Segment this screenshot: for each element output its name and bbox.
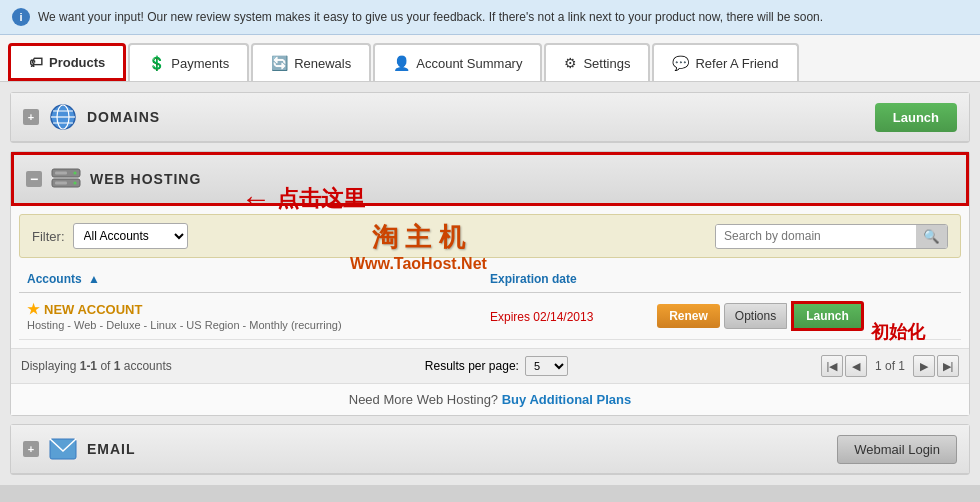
email-title: EMAIL xyxy=(87,441,136,457)
search-input[interactable] xyxy=(716,225,916,247)
expiration-date: Expires 02/14/2013 xyxy=(490,310,593,324)
search-button[interactable]: 🔍 xyxy=(916,225,947,248)
tab-refer-label: Refer A Friend xyxy=(695,56,778,71)
prev-page-button[interactable]: ◀ xyxy=(845,355,867,377)
buy-more: Need More Web Hosting? Buy Additional Pl… xyxy=(11,383,969,415)
webhosting-section: − WEB HOSTING Filter: xyxy=(10,151,970,416)
action-buttons: Renew Options Launch xyxy=(657,301,953,331)
payments-icon: 💲 xyxy=(148,55,165,71)
col-accounts[interactable]: Accounts ▲ xyxy=(19,266,482,293)
domains-header: + DOMAINS Launch xyxy=(11,93,969,142)
results-label: Results per page: xyxy=(425,359,519,373)
table-row: ★ NEW ACCOUNT Hosting - Web - Deluxe - L… xyxy=(19,293,961,340)
webhosting-title: WEB HOSTING xyxy=(90,171,201,187)
account-detail: Hosting - Web - Deluxe - Linux - US Regi… xyxy=(27,319,474,331)
next-page-button[interactable]: ▶ xyxy=(913,355,935,377)
options-button[interactable]: Options xyxy=(724,303,787,329)
domains-section: + DOMAINS Launch xyxy=(10,92,970,143)
tab-account-summary-label: Account Summary xyxy=(416,56,522,71)
webhosting-header: − WEB HOSTING xyxy=(11,152,969,206)
search-box: 🔍 xyxy=(715,224,948,249)
first-page-button[interactable]: |◀ xyxy=(821,355,843,377)
webhosting-toggle[interactable]: − xyxy=(26,171,42,187)
email-icon xyxy=(47,433,79,465)
tab-settings[interactable]: ⚙ Settings xyxy=(544,43,650,81)
renew-button[interactable]: Renew xyxy=(657,304,720,328)
accounts-table: Accounts ▲ Expiration date xyxy=(19,266,961,340)
table-area: Accounts ▲ Expiration date xyxy=(11,266,969,348)
settings-icon: ⚙ xyxy=(564,55,577,71)
filter-bar: Filter: All Accounts Active Expired 🔍 xyxy=(19,214,961,258)
tab-settings-label: Settings xyxy=(583,56,630,71)
results-per-page: Results per page: 5 10 25 xyxy=(425,356,568,376)
filter-select[interactable]: All Accounts Active Expired xyxy=(73,223,188,249)
domains-toggle[interactable]: + xyxy=(23,109,39,125)
account-cell: ★ NEW ACCOUNT Hosting - Web - Deluxe - L… xyxy=(19,293,482,340)
main-content: + DOMAINS Launch xyxy=(0,82,980,485)
tab-products[interactable]: 🏷 Products xyxy=(8,43,126,81)
pagination-info: Displaying 1-1 of 1 accounts xyxy=(21,359,172,373)
tab-products-label: Products xyxy=(49,55,105,70)
last-page-button[interactable]: ▶| xyxy=(937,355,959,377)
domains-header-left: + DOMAINS xyxy=(23,101,160,133)
email-header: + EMAIL Webmail Login xyxy=(11,425,969,474)
domains-title: DOMAINS xyxy=(87,109,160,125)
filter-label: Filter: xyxy=(32,229,65,244)
svg-rect-9 xyxy=(55,172,67,175)
info-text: We want your input! Our new review syste… xyxy=(38,10,823,24)
domains-icon xyxy=(47,101,79,133)
page-info: 1 of 1 xyxy=(869,359,911,373)
webhosting-icon xyxy=(50,163,82,195)
expiration-cell: Expires 02/14/2013 xyxy=(482,293,649,340)
svg-point-8 xyxy=(74,182,77,185)
buy-additional-plans-link[interactable]: Buy Additional Plans xyxy=(502,392,632,407)
email-toggle[interactable]: + xyxy=(23,441,39,457)
svg-rect-10 xyxy=(55,182,67,185)
svg-point-7 xyxy=(74,172,77,175)
account-summary-icon: 👤 xyxy=(393,55,410,71)
refer-icon: 💬 xyxy=(672,55,689,71)
tab-renewals[interactable]: 🔄 Renewals xyxy=(251,43,371,81)
email-section: + EMAIL Webmail Login xyxy=(10,424,970,475)
info-icon: i xyxy=(12,8,30,26)
renewals-icon: 🔄 xyxy=(271,55,288,71)
info-bar: i We want your input! Our new review sys… xyxy=(0,0,980,35)
col-expiration: Expiration date xyxy=(482,266,649,293)
tab-payments[interactable]: 💲 Payments xyxy=(128,43,249,81)
col-actions xyxy=(649,266,961,293)
products-icon: 🏷 xyxy=(29,54,43,70)
account-name: ★ NEW ACCOUNT xyxy=(27,301,474,317)
tab-payments-label: Payments xyxy=(171,56,229,71)
buy-more-text: Need More Web Hosting? xyxy=(349,392,498,407)
tab-renewals-label: Renewals xyxy=(294,56,351,71)
results-select[interactable]: 5 10 25 xyxy=(525,356,568,376)
pagination-bar: Displaying 1-1 of 1 accounts Results per… xyxy=(11,348,969,383)
nav-tabs: 🏷 Products 💲 Payments 🔄 Renewals 👤 Accou… xyxy=(0,35,980,82)
star-icon: ★ xyxy=(27,301,40,317)
webmail-login-button[interactable]: Webmail Login xyxy=(837,435,957,464)
domains-launch-button[interactable]: Launch xyxy=(875,103,957,132)
launch-button[interactable]: Launch xyxy=(791,301,864,331)
email-header-left: + EMAIL xyxy=(23,433,136,465)
filter-left: Filter: All Accounts Active Expired xyxy=(32,223,188,249)
actions-cell: Renew Options Launch xyxy=(649,293,961,340)
pagination-nav: |◀ ◀ 1 of 1 ▶ ▶| xyxy=(821,355,959,377)
tab-refer-a-friend[interactable]: 💬 Refer A Friend xyxy=(652,43,798,81)
tab-account-summary[interactable]: 👤 Account Summary xyxy=(373,43,542,81)
